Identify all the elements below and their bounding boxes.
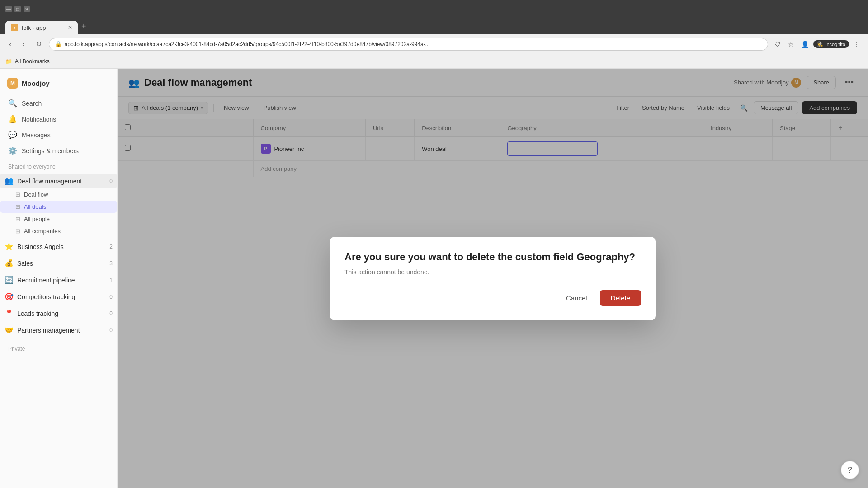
- forward-button[interactable]: ›: [19, 38, 28, 50]
- nav-bar: ‹ › ↻ 🔒 app.folk.app/apps/contacts/netwo…: [0, 34, 868, 54]
- app-container: M Moodjoy 🔍 Search 🔔 Notifications 💬 Mes…: [0, 69, 868, 488]
- bookmarks-text: All Bookmarks: [15, 58, 50, 65]
- sidebar-search-label: Search: [22, 100, 42, 107]
- tab-title: folk - app: [22, 24, 64, 31]
- sidebar-item-settings[interactable]: ⚙️ Settings & members: [4, 143, 113, 158]
- main-content: 👥 Deal flow management Shared with Moodj…: [118, 69, 868, 488]
- sidebar: M Moodjoy 🔍 Search 🔔 Notifications 💬 Mes…: [0, 69, 118, 488]
- deal-flow-icon: ⊞: [15, 191, 20, 198]
- recruitment-label: Recruitment pipeline: [17, 277, 102, 284]
- close-button[interactable]: ✕: [24, 6, 30, 12]
- messages-icon: 💬: [8, 131, 17, 139]
- sidebar-group-deal-flow-management-header[interactable]: 👥 Deal flow management 0: [0, 174, 117, 188]
- browser-chrome: — □ ✕ f folk - app ✕ + ‹ › ↻ 🔒 app.folk.…: [0, 0, 868, 69]
- sidebar-group-leads-header[interactable]: 📍 Leads tracking 0: [0, 306, 117, 321]
- recruitment-count: 1: [105, 277, 113, 283]
- modal-actions: Cancel Delete: [344, 290, 641, 306]
- partners-label: Partners management: [17, 327, 102, 334]
- bookmark-btn[interactable]: ☆: [785, 39, 797, 50]
- window-controls: — □ ✕: [5, 6, 30, 12]
- maximize-button[interactable]: □: [14, 6, 21, 12]
- sidebar-nav: 🔍 Search 🔔 Notifications 💬 Messages ⚙️ S…: [0, 96, 117, 158]
- shield-icon-btn[interactable]: 🛡: [772, 39, 783, 50]
- sidebar-item-search[interactable]: 🔍 Search: [4, 96, 113, 111]
- modal-description: This action cannot be undone.: [344, 268, 641, 276]
- deal-flow-management-label: Deal flow management: [17, 178, 102, 185]
- sidebar-notifications-label: Notifications: [22, 116, 56, 123]
- sidebar-group-deal-flow-management: 👥 Deal flow management 0 ⊞ Deal flow ⊞ A…: [0, 174, 117, 237]
- sidebar-group-business-angels-header[interactable]: ⭐ Business Angels 2: [0, 239, 117, 254]
- logo-icon: M: [7, 78, 18, 89]
- shared-section-label: Shared to everyone: [0, 158, 117, 173]
- business-angels-count: 2: [105, 244, 113, 250]
- sidebar-subitem-all-companies[interactable]: ⊞ All companies: [0, 225, 117, 237]
- all-deals-label: All deals: [24, 203, 46, 210]
- all-companies-label: All companies: [24, 228, 61, 235]
- tab-bar: f folk - app ✕ +: [0, 18, 868, 34]
- modal-overlay: Are you sure you want to delete the cust…: [118, 69, 868, 488]
- sidebar-settings-label: Settings & members: [22, 147, 79, 155]
- recruitment-icon: 🔄: [5, 276, 14, 284]
- all-companies-icon: ⊞: [15, 228, 20, 235]
- sidebar-group-recruitment-pipeline: 🔄 Recruitment pipeline 1: [0, 272, 117, 287]
- business-angels-icon: ⭐: [5, 242, 14, 251]
- sidebar-group-competitors-tracking: 🎯 Competitors tracking 0: [0, 289, 117, 304]
- url-bar[interactable]: 🔒 app.folk.app/apps/contacts/network/cca…: [49, 38, 769, 51]
- competitors-icon: 🎯: [5, 292, 14, 301]
- competitors-count: 0: [105, 294, 113, 300]
- deal-flow-management-count: 0: [105, 178, 113, 184]
- sidebar-subitem-all-deals[interactable]: ⊞ All deals: [0, 201, 117, 213]
- sidebar-messages-label: Messages: [22, 131, 51, 139]
- sidebar-group-sales: 💰 Sales 3: [0, 256, 117, 271]
- url-text: app.folk.app/apps/contacts/network/ccaa7…: [65, 41, 763, 47]
- sales-label: Sales: [17, 260, 102, 267]
- partners-icon: 🤝: [5, 326, 14, 334]
- new-tab-button[interactable]: +: [78, 20, 90, 33]
- private-section-label: Private: [0, 338, 117, 355]
- cancel-button[interactable]: Cancel: [559, 290, 594, 306]
- partners-count: 0: [105, 327, 113, 333]
- sidebar-item-notifications[interactable]: 🔔 Notifications: [4, 112, 113, 127]
- sidebar-group-recruitment-header[interactable]: 🔄 Recruitment pipeline 1: [0, 272, 117, 287]
- bookmarks-bar: 📁 All Bookmarks: [0, 54, 868, 69]
- sidebar-group-sales-header[interactable]: 💰 Sales 3: [0, 256, 117, 271]
- profile-btn[interactable]: 👤: [798, 39, 811, 50]
- reload-button[interactable]: ↻: [32, 38, 45, 50]
- delete-button[interactable]: Delete: [600, 290, 641, 306]
- search-icon: 🔍: [8, 99, 17, 108]
- nav-icons: 🛡 ☆ 👤 🕵 Incognito ⋮: [772, 39, 863, 50]
- tab-close-button[interactable]: ✕: [68, 24, 72, 31]
- all-deals-icon: ⊞: [15, 203, 20, 210]
- active-tab[interactable]: f folk - app ✕: [5, 21, 78, 34]
- sidebar-group-partners-management: 🤝 Partners management 0: [0, 323, 117, 338]
- all-people-icon: ⊞: [15, 216, 20, 222]
- sidebar-subitem-deal-flow[interactable]: ⊞ Deal flow: [0, 188, 117, 201]
- all-people-label: All people: [24, 216, 50, 222]
- sidebar-group-business-angels: ⭐ Business Angels 2: [0, 239, 117, 254]
- deal-flow-management-icon: 👥: [5, 177, 14, 185]
- leads-label: Leads tracking: [17, 310, 102, 317]
- more-nav-btn[interactable]: ⋮: [851, 39, 863, 50]
- business-angels-label: Business Angels: [17, 243, 102, 250]
- sales-count: 3: [105, 260, 113, 267]
- delete-confirmation-modal: Are you sure you want to delete the cust…: [330, 237, 656, 320]
- browser-titlebar: — □ ✕: [0, 0, 868, 18]
- help-button[interactable]: ?: [841, 461, 859, 479]
- leads-icon: 📍: [5, 309, 14, 318]
- sidebar-logo: M Moodjoy: [0, 74, 117, 96]
- modal-title: Are you sure you want to delete the cust…: [344, 251, 641, 263]
- competitors-label: Competitors tracking: [17, 293, 102, 300]
- back-button[interactable]: ‹: [5, 38, 15, 50]
- leads-count: 0: [105, 310, 113, 317]
- sidebar-item-messages[interactable]: 💬 Messages: [4, 127, 113, 142]
- sidebar-subitem-all-people[interactable]: ⊞ All people: [0, 213, 117, 225]
- notifications-icon: 🔔: [8, 115, 17, 123]
- logo-text: Moodjoy: [22, 80, 50, 87]
- incognito-badge: 🕵 Incognito: [813, 40, 849, 48]
- incognito-label: Incognito: [825, 42, 845, 47]
- tab-favicon: f: [11, 24, 18, 31]
- settings-icon: ⚙️: [8, 146, 17, 155]
- sidebar-group-competitors-header[interactable]: 🎯 Competitors tracking 0: [0, 289, 117, 304]
- sidebar-group-partners-header[interactable]: 🤝 Partners management 0: [0, 323, 117, 338]
- minimize-button[interactable]: —: [5, 6, 12, 12]
